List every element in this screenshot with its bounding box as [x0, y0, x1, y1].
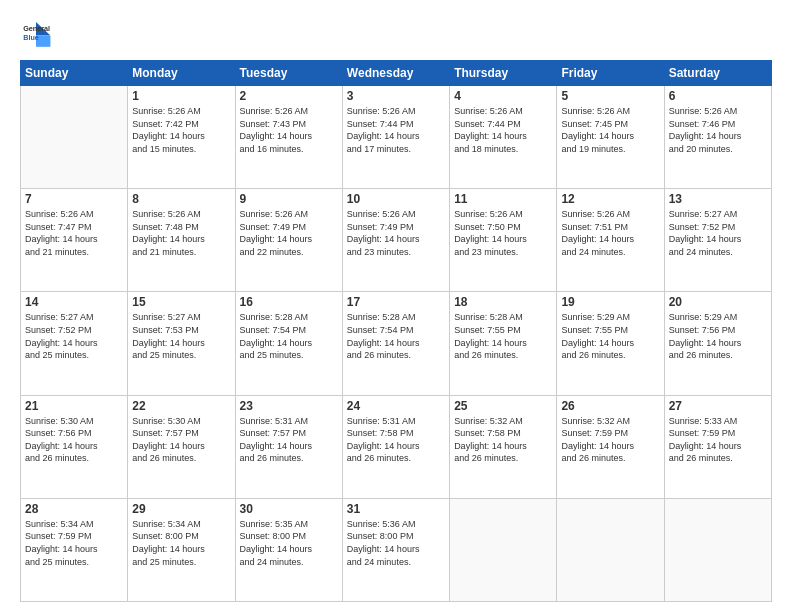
calendar-cell: 11Sunrise: 5:26 AM Sunset: 7:50 PM Dayli… [450, 189, 557, 292]
calendar-week-5: 28Sunrise: 5:34 AM Sunset: 7:59 PM Dayli… [21, 498, 772, 601]
svg-text:Blue: Blue [23, 33, 39, 42]
cell-info: Sunrise: 5:26 AM Sunset: 7:47 PM Dayligh… [25, 208, 123, 258]
day-number: 3 [347, 89, 445, 103]
calendar-cell [21, 86, 128, 189]
day-number: 9 [240, 192, 338, 206]
calendar-cell: 19Sunrise: 5:29 AM Sunset: 7:55 PM Dayli… [557, 292, 664, 395]
cell-info: Sunrise: 5:26 AM Sunset: 7:51 PM Dayligh… [561, 208, 659, 258]
calendar-cell: 8Sunrise: 5:26 AM Sunset: 7:48 PM Daylig… [128, 189, 235, 292]
calendar-cell: 10Sunrise: 5:26 AM Sunset: 7:49 PM Dayli… [342, 189, 449, 292]
day-number: 14 [25, 295, 123, 309]
calendar-cell: 26Sunrise: 5:32 AM Sunset: 7:59 PM Dayli… [557, 395, 664, 498]
cell-info: Sunrise: 5:29 AM Sunset: 7:56 PM Dayligh… [669, 311, 767, 361]
day-number: 11 [454, 192, 552, 206]
day-number: 10 [347, 192, 445, 206]
calendar-cell: 20Sunrise: 5:29 AM Sunset: 7:56 PM Dayli… [664, 292, 771, 395]
cell-info: Sunrise: 5:26 AM Sunset: 7:49 PM Dayligh… [347, 208, 445, 258]
cell-info: Sunrise: 5:28 AM Sunset: 7:54 PM Dayligh… [240, 311, 338, 361]
day-number: 6 [669, 89, 767, 103]
day-number: 28 [25, 502, 123, 516]
cell-info: Sunrise: 5:36 AM Sunset: 8:00 PM Dayligh… [347, 518, 445, 568]
cell-info: Sunrise: 5:28 AM Sunset: 7:55 PM Dayligh… [454, 311, 552, 361]
cell-info: Sunrise: 5:27 AM Sunset: 7:53 PM Dayligh… [132, 311, 230, 361]
cell-info: Sunrise: 5:26 AM Sunset: 7:46 PM Dayligh… [669, 105, 767, 155]
day-number: 1 [132, 89, 230, 103]
calendar-cell: 27Sunrise: 5:33 AM Sunset: 7:59 PM Dayli… [664, 395, 771, 498]
day-number: 20 [669, 295, 767, 309]
calendar-cell: 3Sunrise: 5:26 AM Sunset: 7:44 PM Daylig… [342, 86, 449, 189]
calendar-cell: 25Sunrise: 5:32 AM Sunset: 7:58 PM Dayli… [450, 395, 557, 498]
weekday-header-wednesday: Wednesday [342, 61, 449, 86]
calendar-cell: 2Sunrise: 5:26 AM Sunset: 7:43 PM Daylig… [235, 86, 342, 189]
svg-text:General: General [23, 24, 50, 33]
calendar-cell [450, 498, 557, 601]
cell-info: Sunrise: 5:32 AM Sunset: 7:58 PM Dayligh… [454, 415, 552, 465]
day-number: 7 [25, 192, 123, 206]
calendar-cell: 14Sunrise: 5:27 AM Sunset: 7:52 PM Dayli… [21, 292, 128, 395]
cell-info: Sunrise: 5:28 AM Sunset: 7:54 PM Dayligh… [347, 311, 445, 361]
day-number: 23 [240, 399, 338, 413]
calendar-cell: 21Sunrise: 5:30 AM Sunset: 7:56 PM Dayli… [21, 395, 128, 498]
calendar-cell [664, 498, 771, 601]
weekday-header-sunday: Sunday [21, 61, 128, 86]
calendar-week-1: 1Sunrise: 5:26 AM Sunset: 7:42 PM Daylig… [21, 86, 772, 189]
calendar-cell: 23Sunrise: 5:31 AM Sunset: 7:57 PM Dayli… [235, 395, 342, 498]
calendar-cell: 16Sunrise: 5:28 AM Sunset: 7:54 PM Dayli… [235, 292, 342, 395]
day-number: 8 [132, 192, 230, 206]
day-number: 21 [25, 399, 123, 413]
cell-info: Sunrise: 5:32 AM Sunset: 7:59 PM Dayligh… [561, 415, 659, 465]
calendar-cell: 29Sunrise: 5:34 AM Sunset: 8:00 PM Dayli… [128, 498, 235, 601]
calendar-cell: 24Sunrise: 5:31 AM Sunset: 7:58 PM Dayli… [342, 395, 449, 498]
weekday-header-thursday: Thursday [450, 61, 557, 86]
weekday-header-monday: Monday [128, 61, 235, 86]
weekday-header-friday: Friday [557, 61, 664, 86]
day-number: 19 [561, 295, 659, 309]
day-number: 17 [347, 295, 445, 309]
cell-info: Sunrise: 5:30 AM Sunset: 7:57 PM Dayligh… [132, 415, 230, 465]
cell-info: Sunrise: 5:30 AM Sunset: 7:56 PM Dayligh… [25, 415, 123, 465]
cell-info: Sunrise: 5:26 AM Sunset: 7:44 PM Dayligh… [347, 105, 445, 155]
day-number: 18 [454, 295, 552, 309]
day-number: 29 [132, 502, 230, 516]
calendar-cell: 15Sunrise: 5:27 AM Sunset: 7:53 PM Dayli… [128, 292, 235, 395]
day-number: 16 [240, 295, 338, 309]
day-number: 5 [561, 89, 659, 103]
calendar-cell: 5Sunrise: 5:26 AM Sunset: 7:45 PM Daylig… [557, 86, 664, 189]
day-number: 24 [347, 399, 445, 413]
calendar-cell: 28Sunrise: 5:34 AM Sunset: 7:59 PM Dayli… [21, 498, 128, 601]
calendar-cell: 7Sunrise: 5:26 AM Sunset: 7:47 PM Daylig… [21, 189, 128, 292]
calendar-cell [557, 498, 664, 601]
cell-info: Sunrise: 5:26 AM Sunset: 7:49 PM Dayligh… [240, 208, 338, 258]
day-number: 31 [347, 502, 445, 516]
cell-info: Sunrise: 5:29 AM Sunset: 7:55 PM Dayligh… [561, 311, 659, 361]
cell-info: Sunrise: 5:31 AM Sunset: 7:58 PM Dayligh… [347, 415, 445, 465]
logo: General Blue [20, 18, 52, 50]
weekday-header-saturday: Saturday [664, 61, 771, 86]
page: General Blue SundayMondayTuesdayWednesda… [0, 0, 792, 612]
cell-info: Sunrise: 5:34 AM Sunset: 7:59 PM Dayligh… [25, 518, 123, 568]
cell-info: Sunrise: 5:26 AM Sunset: 7:42 PM Dayligh… [132, 105, 230, 155]
calendar-table: SundayMondayTuesdayWednesdayThursdayFrid… [20, 60, 772, 602]
day-number: 15 [132, 295, 230, 309]
day-number: 4 [454, 89, 552, 103]
calendar-week-3: 14Sunrise: 5:27 AM Sunset: 7:52 PM Dayli… [21, 292, 772, 395]
logo-icon: General Blue [20, 18, 52, 50]
calendar-cell: 31Sunrise: 5:36 AM Sunset: 8:00 PM Dayli… [342, 498, 449, 601]
cell-info: Sunrise: 5:33 AM Sunset: 7:59 PM Dayligh… [669, 415, 767, 465]
calendar-cell: 1Sunrise: 5:26 AM Sunset: 7:42 PM Daylig… [128, 86, 235, 189]
cell-info: Sunrise: 5:26 AM Sunset: 7:43 PM Dayligh… [240, 105, 338, 155]
cell-info: Sunrise: 5:27 AM Sunset: 7:52 PM Dayligh… [669, 208, 767, 258]
cell-info: Sunrise: 5:35 AM Sunset: 8:00 PM Dayligh… [240, 518, 338, 568]
calendar-cell: 9Sunrise: 5:26 AM Sunset: 7:49 PM Daylig… [235, 189, 342, 292]
day-number: 27 [669, 399, 767, 413]
calendar-cell: 18Sunrise: 5:28 AM Sunset: 7:55 PM Dayli… [450, 292, 557, 395]
cell-info: Sunrise: 5:26 AM Sunset: 7:48 PM Dayligh… [132, 208, 230, 258]
cell-info: Sunrise: 5:31 AM Sunset: 7:57 PM Dayligh… [240, 415, 338, 465]
calendar-cell: 12Sunrise: 5:26 AM Sunset: 7:51 PM Dayli… [557, 189, 664, 292]
day-number: 26 [561, 399, 659, 413]
calendar-cell: 6Sunrise: 5:26 AM Sunset: 7:46 PM Daylig… [664, 86, 771, 189]
calendar-week-2: 7Sunrise: 5:26 AM Sunset: 7:47 PM Daylig… [21, 189, 772, 292]
day-number: 22 [132, 399, 230, 413]
day-number: 30 [240, 502, 338, 516]
calendar-week-4: 21Sunrise: 5:30 AM Sunset: 7:56 PM Dayli… [21, 395, 772, 498]
